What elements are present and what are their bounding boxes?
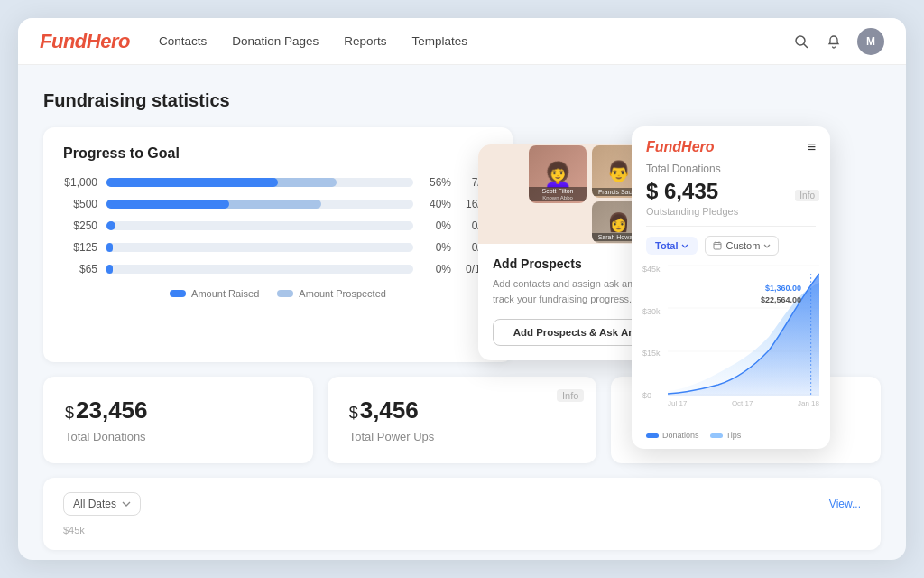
stat-card-powerups: Info $3,456 Total Power Ups	[328, 377, 597, 463]
user-avatar[interactable]: M	[857, 28, 884, 55]
mc-logo: FundHero	[646, 139, 715, 155]
stat-label-powerups: Total Power Ups	[349, 430, 576, 443]
mc-sublabel: Outstanding Pledges	[632, 204, 830, 226]
chart-y-label: $45k	[63, 525, 861, 536]
svg-line-1	[804, 44, 808, 48]
progress-row-0: $1,000 56% 7/12	[63, 176, 493, 189]
progress-pct-1: 40%	[422, 198, 451, 210]
person-label-scott: Scott FiltonKnown Abbo	[529, 187, 587, 201]
progress-track-0	[106, 178, 413, 187]
stat-label-donations: Total Donations	[65, 430, 291, 443]
progress-track-2	[106, 221, 413, 230]
stat-amount-donations: $23,456	[65, 396, 291, 424]
mc-total-filter[interactable]: Total	[646, 237, 698, 255]
mc-y-labels: $45k $30k $15k $0	[642, 265, 661, 400]
mc-donations-dot	[646, 434, 659, 438]
progress-track-3	[106, 243, 413, 252]
bottom-card: All Dates View... $45k	[43, 478, 881, 550]
progress-label-2: $250	[63, 219, 97, 232]
chart-legend: Amount Raised Amount Prospected	[63, 288, 493, 299]
page-title: Fundraising statistics	[43, 90, 881, 111]
mc-legend: Donations Tips	[632, 427, 830, 449]
nav-contacts[interactable]: Contacts	[159, 34, 207, 48]
mc-info-badge[interactable]: Info	[795, 190, 819, 201]
progress-label-0: $1,000	[63, 176, 97, 189]
date-filter[interactable]: All Dates	[63, 492, 141, 516]
mc-date-filter[interactable]: Custom	[705, 236, 779, 256]
mc-value-callout: $1,360.00 $22,564.00	[761, 283, 801, 305]
progress-track-4	[106, 265, 413, 274]
nav-donation-pages[interactable]: Donation Pages	[232, 34, 319, 48]
mc-header: FundHero ≡	[632, 126, 830, 155]
legend-prospected: Amount Prospected	[277, 288, 386, 299]
svg-rect-2	[714, 243, 721, 250]
progress-label-3: $125	[63, 241, 97, 254]
mc-filter-row: Total Custom	[632, 227, 830, 265]
mc-total-label: Total Donations	[632, 155, 830, 175]
progress-card-title: Progress to Goal	[63, 145, 493, 162]
progress-label-1: $500	[63, 198, 97, 210]
progress-row-3: $125 0% 0/96	[63, 241, 493, 254]
info-badge[interactable]: Info	[557, 389, 584, 402]
filter-row: All Dates View...	[63, 492, 861, 516]
progress-pct-0: 56%	[422, 176, 451, 189]
search-icon[interactable]	[792, 33, 810, 51]
progress-row-1: $500 40% 16/24	[63, 198, 493, 210]
progress-pct-4: 0%	[422, 263, 451, 275]
mc-chart: $45k $30k $15k $0	[632, 265, 830, 427]
mc-legend-tips: Tips	[710, 431, 742, 440]
bell-icon[interactable]	[825, 33, 843, 51]
legend-raised-dot	[170, 290, 186, 297]
main-window: FundHero Contacts Donation Pages Reports…	[18, 18, 906, 560]
app-logo[interactable]: FundHero	[40, 30, 130, 53]
nav-links: Contacts Donation Pages Reports Template…	[159, 34, 792, 48]
mobile-card: FundHero ≡ Total Donations $ 6,435 Outst…	[632, 126, 830, 449]
view-link[interactable]: View...	[829, 498, 861, 510]
mc-tips-dot	[710, 434, 723, 438]
mc-hamburger-icon[interactable]: ≡	[808, 139, 816, 155]
progress-card: Progress to Goal ··· $1,000 56% 7/12 $50…	[43, 127, 513, 362]
progress-pct-2: 0%	[422, 219, 451, 232]
stat-amount-powerups: $3,456	[349, 396, 576, 424]
nav-reports[interactable]: Reports	[344, 34, 386, 48]
mc-chart-svg-area: $1,360.00 $22,564.00	[668, 265, 819, 396]
mc-x-labels: Jul 17 Oct 17 Jan 18	[668, 396, 819, 407]
progress-track-1	[106, 200, 413, 209]
legend-raised: Amount Raised	[170, 288, 259, 299]
progress-label-4: $65	[63, 263, 97, 275]
progress-row-4: $65 0% 0/192	[63, 263, 493, 275]
progress-pct-3: 0%	[422, 241, 451, 254]
mc-legend-donations: Donations	[646, 431, 699, 440]
navbar: FundHero Contacts Donation Pages Reports…	[18, 18, 906, 65]
nav-templates[interactable]: Templates	[412, 34, 468, 48]
progress-row-2: $250 0% 0/48	[63, 219, 493, 232]
legend-prospected-dot	[277, 290, 293, 297]
stat-card-donations: $23,456 Total Donations	[43, 377, 313, 463]
nav-actions: M	[792, 28, 884, 55]
